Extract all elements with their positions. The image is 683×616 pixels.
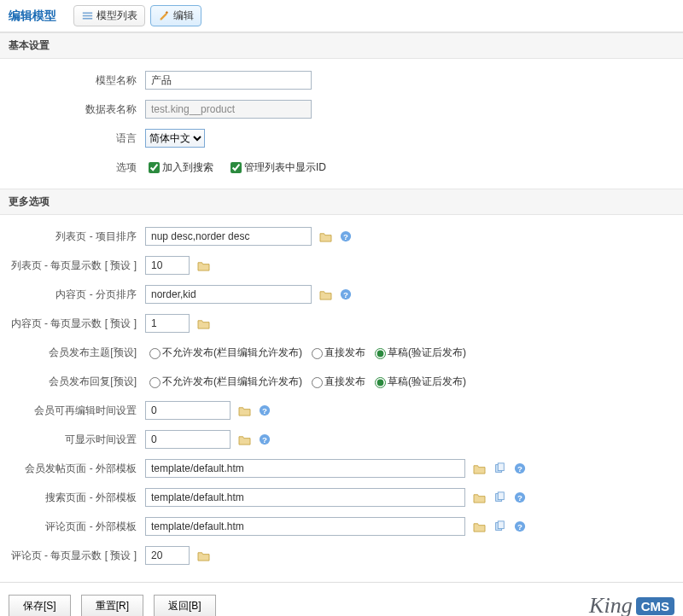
svg-text:?: ? — [343, 290, 348, 299]
label-language: 语言 — [9, 129, 145, 148]
browse-icon[interactable] — [196, 317, 210, 330]
input-model-name[interactable] — [145, 71, 312, 90]
input-content-perpage[interactable] — [145, 314, 190, 333]
copy-icon[interactable] — [493, 520, 506, 533]
radio-reply-no[interactable]: 不允许发布(栏目编辑允许发布) — [145, 375, 302, 389]
browse-icon[interactable] — [472, 520, 486, 533]
browse-icon[interactable] — [237, 404, 251, 417]
svg-rect-0 — [82, 12, 91, 14]
browse-icon[interactable] — [196, 549, 210, 562]
label-post-tpl: 会员发帖页面 - 外部模板 — [9, 459, 145, 478]
label-list-perpage: 列表页 - 每页显示数 [ 预设 ] — [9, 256, 145, 275]
browse-icon[interactable] — [472, 462, 486, 475]
svg-text:?: ? — [517, 493, 522, 503]
help-icon[interactable]: ? — [513, 491, 527, 504]
svg-rect-17 — [498, 492, 504, 500]
input-list-sort[interactable] — [145, 227, 312, 246]
reset-button[interactable]: 重置[R] — [81, 595, 143, 617]
svg-text:?: ? — [517, 522, 522, 532]
browse-icon[interactable] — [196, 259, 210, 272]
label-comment-tpl: 评论页面 - 外部模板 — [9, 517, 145, 536]
checkbox-add-search[interactable]: 加入到搜索 — [145, 160, 213, 176]
label-display-time: 可显示时间设置 — [9, 430, 145, 449]
input-content-sort[interactable] — [145, 285, 312, 304]
browse-icon[interactable] — [318, 230, 332, 243]
checkbox-show-id[interactable]: 管理列表中显示ID — [227, 160, 326, 176]
label-comment-perpage: 评论页 - 每页显示数 [ 预设 ] — [9, 546, 145, 565]
label-member-reply: 会员发布回复[预设] — [9, 372, 145, 391]
browse-icon[interactable] — [237, 433, 251, 446]
browse-icon[interactable] — [472, 491, 486, 504]
back-button[interactable]: 返回[B] — [154, 595, 216, 617]
label-model-name: 模型名称 — [9, 71, 145, 90]
radio-reply-draft[interactable]: 草稿(验证后发布) — [371, 375, 466, 389]
radio-reply-direct[interactable]: 直接发布 — [307, 375, 365, 389]
label-content-sort: 内容页 - 分页排序 — [9, 285, 145, 304]
radio-post-draft[interactable]: 草稿(验证后发布) — [371, 346, 466, 360]
svg-rect-21 — [498, 521, 504, 529]
nav-model-list[interactable]: 模型列表 — [73, 5, 145, 26]
label-options: 选项 — [9, 158, 145, 177]
label-table-name: 数据表名称 — [9, 100, 145, 119]
list-icon — [81, 10, 93, 22]
nav-edit[interactable]: 编辑 — [150, 5, 201, 26]
help-icon[interactable]: ? — [258, 433, 271, 446]
help-icon[interactable]: ? — [513, 520, 527, 533]
svg-text:?: ? — [262, 435, 267, 445]
browse-icon[interactable] — [318, 288, 332, 301]
brand-cms: CMS — [636, 597, 674, 615]
svg-rect-2 — [82, 18, 91, 20]
input-list-perpage[interactable] — [145, 256, 190, 275]
input-reedit-time[interactable] — [145, 401, 231, 420]
label-content-perpage: 内容页 - 每页显示数 [ 预设 ] — [9, 314, 145, 333]
copy-icon[interactable] — [493, 462, 506, 475]
edit-icon — [158, 10, 170, 22]
svg-rect-13 — [498, 463, 504, 471]
input-table-name — [145, 100, 312, 119]
nav-model-list-label: 模型列表 — [96, 9, 137, 23]
checkbox-show-id-label: 管理列表中显示ID — [244, 160, 326, 175]
svg-text:?: ? — [262, 406, 267, 416]
checkbox-add-search-label: 加入到搜索 — [162, 160, 213, 175]
checkbox-add-search-input[interactable] — [149, 162, 160, 173]
help-icon[interactable]: ? — [339, 230, 353, 243]
input-post-tpl[interactable] — [145, 459, 465, 478]
label-member-post: 会员发布主题[预设] — [9, 343, 145, 362]
svg-rect-1 — [82, 15, 91, 17]
copy-icon[interactable] — [493, 491, 506, 504]
select-language[interactable]: 简体中文 — [145, 129, 205, 148]
checkbox-show-id-input[interactable] — [231, 162, 242, 173]
input-comment-perpage[interactable] — [145, 546, 190, 565]
radio-post-no[interactable]: 不允许发布(栏目编辑允许发布) — [145, 346, 302, 360]
save-button[interactable]: 保存[S] — [9, 595, 71, 617]
page-title: 编辑模型 — [9, 9, 56, 24]
svg-text:?: ? — [517, 464, 522, 474]
brand-logo: King CMS — [589, 593, 674, 616]
help-icon[interactable]: ? — [339, 288, 353, 301]
label-list-sort: 列表页 - 项目排序 — [9, 227, 145, 246]
input-search-tpl[interactable] — [145, 488, 465, 507]
help-icon[interactable]: ? — [513, 462, 527, 475]
section-more: 更多选项 — [0, 189, 683, 215]
nav-edit-label: 编辑 — [173, 9, 194, 23]
section-basic: 基本设置 — [0, 32, 683, 59]
help-icon[interactable]: ? — [258, 404, 271, 417]
label-search-tpl: 搜索页面 - 外部模板 — [9, 488, 145, 507]
brand-king: King — [589, 593, 633, 616]
input-display-time[interactable] — [145, 430, 231, 449]
label-reedit-time: 会员可再编辑时间设置 — [9, 401, 145, 420]
svg-text:?: ? — [343, 232, 348, 241]
radio-post-direct[interactable]: 直接发布 — [307, 346, 365, 360]
input-comment-tpl[interactable] — [145, 517, 465, 536]
